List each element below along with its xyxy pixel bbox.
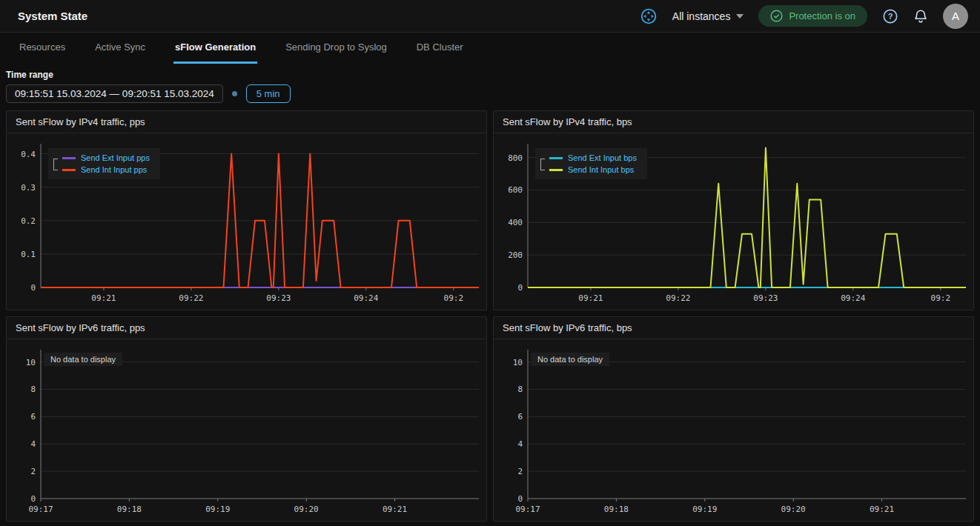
x-tick-label: 09:19 bbox=[205, 505, 230, 514]
time-range-section: Time range 09:15:51 15.03.2024 — 09:20:5… bbox=[0, 64, 980, 110]
y-tick-label: 10 bbox=[513, 358, 523, 367]
x-tick-label: 09:19 bbox=[692, 505, 717, 514]
y-tick-label: 6 bbox=[517, 412, 523, 422]
legend-item[interactable]: Send Ext Input pps bbox=[53, 152, 150, 164]
y-tick-label: 10 bbox=[26, 358, 36, 367]
y-tick-label: 0 bbox=[30, 494, 36, 504]
panel-title: Sent sFlow by IPv6 traffic, bps bbox=[494, 317, 973, 339]
tab-active-sync[interactable]: Active Sync bbox=[93, 33, 147, 64]
chart-ipv4-bps: 020040060080009:2109:2209:2309:2409:2Sen… bbox=[494, 133, 973, 310]
y-tick-label: 0.2 bbox=[21, 216, 36, 226]
page-title: System State bbox=[18, 10, 87, 22]
y-tick-label: 800 bbox=[508, 153, 523, 163]
legend-label: Send Int Input pps bbox=[81, 165, 147, 174]
legend-tree-connector-icon bbox=[540, 164, 545, 170]
panel-sent-sflow-ipv6-pps: Sent sFlow by IPv6 traffic, pps 02468100… bbox=[6, 316, 487, 522]
x-tick-label: 09:21 bbox=[383, 505, 407, 514]
notifications-bell-icon[interactable] bbox=[913, 8, 928, 24]
time-range-row: 09:15:51 15.03.2024 — 09:20:51 15.03.202… bbox=[6, 84, 974, 103]
x-tick-label: 09:2 bbox=[931, 293, 951, 303]
panel-sent-sflow-ipv4-bps: Sent sFlow by IPv4 traffic, bps 02004006… bbox=[493, 110, 974, 310]
chart-svg: 024681009:1709:1809:1909:2009:21 bbox=[494, 339, 973, 521]
tab-sflow-generation[interactable]: sFlow Generation bbox=[173, 33, 257, 64]
user-avatar[interactable]: A bbox=[943, 4, 968, 29]
avatar-letter: A bbox=[952, 10, 959, 22]
panel-title: Sent sFlow by IPv4 traffic, pps bbox=[7, 111, 486, 133]
y-tick-label: 0 bbox=[517, 283, 523, 293]
y-tick-label: 0 bbox=[517, 494, 523, 504]
panel-title: Sent sFlow by IPv4 traffic, bps bbox=[494, 111, 973, 133]
time-range-input[interactable]: 09:15:51 15.03.2024 — 09:20:51 15.03.202… bbox=[6, 84, 223, 103]
x-tick-label: 09:21 bbox=[578, 293, 603, 303]
charts-row-1: Sent sFlow by IPv4 traffic, pps 00.10.20… bbox=[0, 110, 980, 310]
legend-swatch-icon bbox=[549, 169, 563, 171]
protection-status-badge[interactable]: Protection is on bbox=[758, 5, 867, 27]
y-tick-label: 200 bbox=[508, 250, 523, 260]
x-tick-label: 09:20 bbox=[294, 505, 319, 514]
instance-selector[interactable]: All instances bbox=[672, 10, 744, 22]
x-tick-label: 09:21 bbox=[870, 505, 894, 514]
help-icon-svg: ? bbox=[882, 8, 898, 24]
x-tick-label: 09:24 bbox=[841, 293, 865, 303]
cluster-move-icon-svg bbox=[640, 7, 658, 25]
tab-db-cluster[interactable]: DB Cluster bbox=[415, 33, 465, 64]
panel-sent-sflow-ipv6-bps: Sent sFlow by IPv6 traffic, bps 02468100… bbox=[493, 316, 974, 522]
y-tick-label: 0 bbox=[30, 283, 36, 293]
protection-status-label: Protection is on bbox=[789, 10, 855, 21]
y-tick-label: 2 bbox=[30, 467, 36, 476]
legend-tree-connector-icon bbox=[53, 164, 58, 170]
instance-selector-label: All instances bbox=[672, 10, 731, 22]
x-tick-label: 09:23 bbox=[753, 293, 778, 303]
tab-sending-drop-to-syslog[interactable]: Sending Drop to Syslog bbox=[284, 33, 388, 64]
chart-ipv6-pps: 024681009:1709:1809:1909:2009:21No data … bbox=[7, 339, 486, 521]
appbar-actions: All instances Protection is on ? bbox=[640, 4, 968, 29]
x-tick-label: 09:24 bbox=[354, 293, 378, 303]
x-tick-label: 09:17 bbox=[28, 505, 53, 514]
app-bar: System State All instances Protection is… bbox=[0, 0, 980, 33]
x-tick-label: 09:22 bbox=[666, 293, 690, 303]
y-tick-label: 400 bbox=[508, 218, 523, 227]
tab-resources[interactable]: Resources bbox=[18, 33, 67, 64]
no-data-message: No data to display bbox=[44, 353, 122, 366]
time-range-label: Time range bbox=[6, 70, 974, 80]
panel-sent-sflow-ipv4-pps: Sent sFlow by IPv4 traffic, pps 00.10.20… bbox=[6, 110, 487, 310]
legend-swatch-icon bbox=[549, 157, 563, 159]
legend-item[interactable]: Send Ext Input bps bbox=[540, 152, 637, 164]
bell-icon-svg bbox=[913, 8, 928, 24]
tab-bar: Resources Active Sync sFlow Generation S… bbox=[0, 33, 980, 64]
x-tick-label: 09:18 bbox=[117, 505, 142, 514]
legend-label: Send Int Input bps bbox=[568, 165, 634, 174]
y-tick-label: 8 bbox=[30, 384, 36, 394]
x-tick-label: 09:21 bbox=[91, 293, 116, 303]
x-tick-label: 09:23 bbox=[266, 293, 291, 303]
legend-swatch-icon bbox=[62, 157, 76, 159]
panel-title: Sent sFlow by IPv6 traffic, pps bbox=[7, 317, 486, 339]
help-icon[interactable]: ? bbox=[882, 8, 898, 24]
y-tick-label: 4 bbox=[30, 439, 36, 449]
y-tick-label: 0.1 bbox=[21, 250, 36, 259]
legend-item[interactable]: Send Int Input pps bbox=[53, 164, 150, 176]
chart-ipv6-bps: 024681009:1709:1809:1909:2009:21No data … bbox=[494, 339, 973, 521]
x-tick-label: 09:22 bbox=[179, 293, 203, 303]
cluster-move-icon[interactable] bbox=[640, 7, 658, 25]
y-tick-label: 8 bbox=[517, 384, 523, 394]
check-circle-icon bbox=[770, 10, 783, 22]
chart-legend: Send Ext Input bpsSend Int Input bps bbox=[535, 148, 647, 179]
no-data-message: No data to display bbox=[531, 353, 609, 366]
chevron-down-icon bbox=[736, 14, 744, 19]
charts-row-2: Sent sFlow by IPv6 traffic, pps 02468100… bbox=[0, 310, 980, 522]
x-tick-label: 09:20 bbox=[781, 505, 806, 514]
legend-label: Send Ext Input bps bbox=[568, 153, 637, 162]
svg-text:?: ? bbox=[888, 12, 893, 21]
y-tick-label: 2 bbox=[517, 467, 523, 476]
x-tick-label: 09:2 bbox=[444, 293, 464, 303]
y-tick-label: 0.4 bbox=[21, 150, 36, 159]
chart-svg: 024681009:1709:1809:1909:2009:21 bbox=[7, 339, 486, 521]
y-tick-label: 0.3 bbox=[21, 183, 36, 193]
legend-swatch-icon bbox=[62, 169, 76, 171]
x-tick-label: 09:18 bbox=[604, 505, 629, 514]
duration-5min-button[interactable]: 5 min bbox=[246, 84, 291, 103]
legend-item[interactable]: Send Int Input bps bbox=[540, 164, 637, 176]
chart-legend: Send Ext Input ppsSend Int Input pps bbox=[48, 148, 160, 179]
legend-label: Send Ext Input pps bbox=[81, 153, 150, 162]
